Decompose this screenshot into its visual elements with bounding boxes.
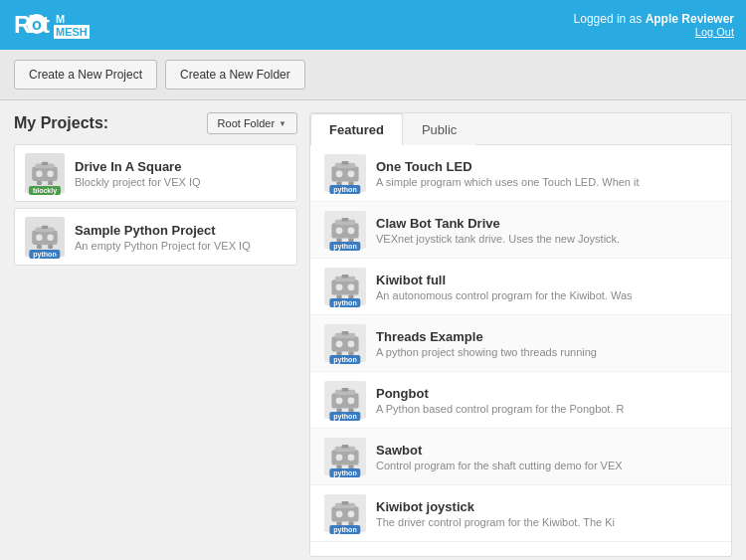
logged-in-text: Logged in as Apple Reviewer [574,12,734,26]
featured-item[interactable]: pythonThreads ExampleA python project sh… [310,315,731,372]
svg-rect-66 [342,501,349,504]
featured-type-badge: python [329,468,360,477]
featured-description: VEXnet joystick tank drive. Uses the new… [376,233,717,245]
svg-rect-21 [48,245,53,249]
svg-point-46 [336,340,343,347]
svg-point-60 [336,454,343,461]
svg-point-19 [47,235,53,241]
svg-rect-10 [42,162,48,165]
project-item[interactable]: pythonSample Python ProjectAn empty Pyth… [14,208,297,266]
project-item[interactable]: blocklyDrive In A SquareBlockly project … [14,144,297,202]
svg-rect-50 [331,393,358,408]
featured-thumbnail: python [324,438,366,475]
logo-svg: R b t o MESH M [12,7,121,43]
create-folder-button[interactable]: Create a New Folder [165,60,305,90]
featured-info: SawbotControl program for the shaft cutt… [376,443,717,471]
svg-rect-64 [331,506,358,521]
featured-item[interactable]: pythonSawbotControl program for the shaf… [310,429,731,485]
featured-item[interactable]: pythonKiwibot fullAn autonomous control … [310,259,731,315]
svg-rect-59 [342,445,349,448]
featured-thumbnail: python [324,381,366,419]
featured-list: pythonOne Touch LEDA simple program whic… [310,145,731,550]
featured-name: Claw Bot Tank Drive [376,216,717,231]
featured-type-badge: python [329,412,360,421]
featured-type-badge: python [329,185,360,194]
featured-item[interactable]: pythonOne Touch LEDA simple program whic… [310,145,731,202]
featured-name: Kiwibot full [376,273,717,287]
project-name: Sample Python Project [75,223,286,238]
projects-list: blocklyDrive In A SquareBlockly project … [14,144,297,266]
featured-info: One Touch LEDA simple program which uses… [376,159,717,188]
svg-point-32 [336,227,343,234]
svg-rect-36 [331,280,358,294]
featured-description: A Python based control program for the P… [376,403,717,415]
featured-thumbnail: python [324,494,366,532]
svg-point-18 [36,235,42,241]
project-thumbnail: blockly [25,153,65,193]
featured-description: An autonomous control program for the Ki… [376,289,717,301]
svg-point-26 [348,170,355,177]
main-content: My Projects: Root Folder blocklyDrive In… [0,100,746,560]
project-type-badge: python [29,250,60,259]
svg-rect-13 [37,181,42,185]
featured-thumbnail: python [324,211,366,249]
featured-item[interactable]: pythonPongbotA Python based control prog… [310,372,731,429]
svg-rect-17 [42,226,48,229]
featured-description: A simple program which uses one Touch LE… [376,176,717,188]
svg-rect-20 [37,245,42,249]
project-info: Sample Python ProjectAn empty Python Pro… [75,223,286,252]
svg-point-67 [336,510,343,517]
featured-info: Kiwibot joystickThe driver control progr… [376,499,717,528]
featured-info: Claw Bot Tank DriveVEXnet joystick tank … [376,216,717,245]
svg-rect-24 [342,161,349,164]
featured-item[interactable]: pythonClaw Bot Tank DriveVEXnet joystick… [310,202,731,259]
root-folder-button[interactable]: Root Folder [207,112,297,134]
svg-rect-22 [331,166,358,181]
featured-thumbnail: python [324,268,366,305]
my-projects-title: My Projects: [14,114,108,132]
logout-link[interactable]: Log Out [695,26,734,38]
tabs-bar: FeaturedPublic [310,113,731,145]
svg-rect-14 [48,181,53,185]
featured-item[interactable]: pythonKiwibot joystickThe driver control… [310,485,731,542]
header-right: Logged in as Apple Reviewer Log Out [574,12,734,38]
featured-description: Control program for the shaft cutting de… [376,460,717,471]
project-type-badge: blockly [29,186,61,195]
featured-type-badge: python [329,242,360,251]
project-thumbnail: python [25,217,65,257]
project-info: Drive In A SquareBlockly project for VEX… [75,159,286,188]
tab-public[interactable]: Public [403,113,475,145]
svg-text:M: M [56,13,65,25]
svg-point-25 [336,170,343,177]
featured-thumbnail: python [324,324,366,362]
left-panel: My Projects: Root Folder blocklyDrive In… [14,112,297,557]
svg-point-68 [348,510,355,517]
svg-point-39 [336,283,343,290]
svg-rect-38 [342,275,349,278]
featured-name: Kiwibot joystick [376,499,717,514]
featured-name: Threads Example [376,329,717,344]
featured-name: One Touch LED [376,159,717,174]
svg-rect-31 [342,218,349,221]
svg-rect-45 [342,331,349,334]
project-description: Blockly project for VEX IQ [75,176,286,188]
featured-description: A python project showing two threads run… [376,346,717,358]
svg-point-53 [336,397,343,404]
featured-info: Threads ExampleA python project showing … [376,329,717,358]
svg-point-33 [348,227,355,234]
svg-rect-29 [331,223,358,238]
svg-point-61 [348,454,355,461]
tab-featured[interactable]: Featured [310,113,403,145]
create-project-button[interactable]: Create a New Project [14,60,157,90]
featured-info: PongbotA Python based control program fo… [376,386,717,415]
featured-type-badge: python [329,298,360,307]
logo-robot-text: R b t o MESH M [12,7,121,43]
project-name: Drive In A Square [75,159,286,174]
svg-point-54 [348,397,355,404]
svg-rect-52 [342,388,349,391]
svg-rect-8 [32,167,58,181]
svg-text:o: o [32,16,42,33]
my-projects-header: My Projects: Root Folder [14,112,297,134]
svg-point-40 [348,283,355,290]
svg-text:MESH: MESH [56,26,88,38]
